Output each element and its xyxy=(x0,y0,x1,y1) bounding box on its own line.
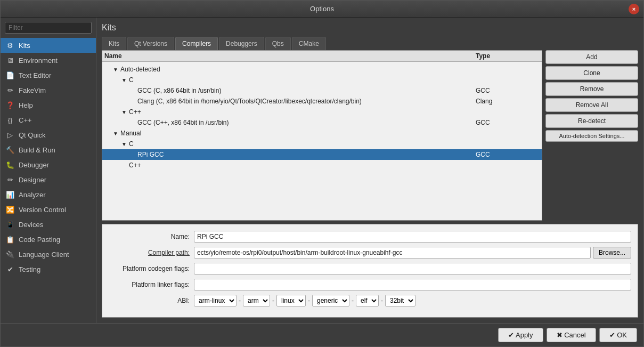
sidebar-label-build-run: Build & Run xyxy=(19,146,55,154)
apply-button[interactable]: ✔ Apply xyxy=(498,328,543,342)
fakevim-icon: ✏ xyxy=(6,86,14,94)
sidebar-label-analyzer: Analyzer xyxy=(19,191,46,199)
sidebar-label-language-client: Language Client xyxy=(19,251,69,259)
sidebar-item-version-control[interactable]: 🔀 Version Control xyxy=(1,202,96,217)
tree-row-c-manual[interactable]: ▼C xyxy=(102,139,542,149)
remove-all-button[interactable]: Remove All xyxy=(545,98,638,112)
sidebar-item-debugger[interactable]: 🐛 Debugger xyxy=(1,157,96,172)
code-pasting-icon: 📋 xyxy=(6,235,14,244)
tree-row-clang[interactable]: Clang (C, x86 64bit in /home/yio/Qt/Tool… xyxy=(102,96,542,107)
compiler-path-input[interactable] xyxy=(194,247,591,259)
abi-osflavor-select[interactable]: generic xyxy=(312,295,349,306)
cpp-icon: {} xyxy=(6,116,14,124)
abi-cpu-select[interactable]: arm xyxy=(243,295,270,306)
sidebar-label-devices: Devices xyxy=(19,221,43,229)
clone-button[interactable]: Clone xyxy=(545,66,638,80)
version-control-icon: 🔀 xyxy=(6,205,14,214)
sidebar-label-help: Help xyxy=(19,101,33,109)
ok-button[interactable]: ✔ OK xyxy=(599,328,637,342)
tree-row-cpp-manual[interactable]: C++ xyxy=(102,160,542,171)
window-title: Options xyxy=(310,5,334,13)
tab-debuggers[interactable]: Debuggers xyxy=(219,37,264,50)
sidebar-label-fakevim: FakeVim xyxy=(19,86,46,94)
add-button[interactable]: Add xyxy=(545,50,638,64)
environment-icon: 🖥 xyxy=(6,56,14,64)
compiler-path-row: Compiler path: Browse... xyxy=(109,247,631,259)
sidebar: ⚙ Kits 🖥 Environment 📄 Text Editor ✏ Fak… xyxy=(1,18,96,323)
abi-os-select[interactable]: linux xyxy=(276,295,306,306)
details-area: Name: Compiler path: Browse... Platform … xyxy=(102,224,638,318)
sidebar-item-build-run[interactable]: 🔨 Build & Run xyxy=(1,142,96,157)
help-icon: ❓ xyxy=(6,101,14,109)
cancel-button[interactable]: ✖ Cancel xyxy=(547,328,596,342)
compilers-tree[interactable]: Name Type ▼Auto-detected ▼C xyxy=(102,50,542,221)
tab-cmake[interactable]: CMake xyxy=(292,37,326,50)
sidebar-item-environment[interactable]: 🖥 Environment xyxy=(1,53,96,68)
close-button[interactable]: × xyxy=(629,4,639,14)
sidebar-label-testing: Testing xyxy=(19,265,40,273)
sidebar-label-cpp: C++ xyxy=(19,116,32,124)
sidebar-label-qt-quick: Qt Quick xyxy=(19,131,46,139)
platform-codegen-input[interactable] xyxy=(194,263,631,275)
platform-linker-input[interactable] xyxy=(194,279,631,290)
auto-detection-settings-button[interactable]: Auto-detection Settings... xyxy=(545,130,638,142)
browse-button[interactable]: Browse... xyxy=(593,247,631,259)
tab-qt-versions[interactable]: Qt Versions xyxy=(127,37,174,50)
sidebar-label-environment: Environment xyxy=(19,57,58,64)
tab-kits[interactable]: Kits xyxy=(102,37,126,50)
platform-codegen-label: Platform codegen flags: xyxy=(109,265,194,272)
sidebar-item-testing[interactable]: ✔ Testing xyxy=(1,262,96,277)
panel-title: Kits xyxy=(102,23,638,33)
name-input[interactable] xyxy=(194,231,631,243)
sidebar-item-kits[interactable]: ⚙ Kits xyxy=(1,38,96,53)
abi-wordwidth-select[interactable]: 32bit xyxy=(385,295,415,306)
tree-row-auto-detected[interactable]: ▼Auto-detected xyxy=(102,64,542,75)
name-label: Name: xyxy=(109,233,194,240)
abi-arch-select[interactable]: arm-linux xyxy=(194,295,237,306)
sidebar-label-text-editor: Text Editor xyxy=(19,71,51,79)
sidebar-item-help[interactable]: ❓ Help xyxy=(1,98,96,112)
sidebar-label-debugger: Debugger xyxy=(19,161,49,169)
sidebar-item-cpp[interactable]: {} C++ xyxy=(1,112,96,127)
abi-row: ABI: arm-linux - arm - linux - xyxy=(109,295,631,306)
tree-row-rpi-gcc[interactable]: RPi GCC GCC xyxy=(102,149,542,160)
designer-icon: ✏ xyxy=(6,175,14,184)
language-client-icon: 🔌 xyxy=(6,250,14,259)
devices-icon: 📱 xyxy=(6,220,14,229)
sidebar-item-qt-quick[interactable]: ▷ Qt Quick xyxy=(1,127,96,142)
name-row: Name: xyxy=(109,231,631,243)
tab-compilers[interactable]: Compilers xyxy=(175,37,218,50)
platform-codegen-row: Platform codegen flags: xyxy=(109,263,631,275)
abi-label: ABI: xyxy=(109,297,194,304)
filter-input[interactable] xyxy=(5,22,92,34)
tree-header: Name Type xyxy=(102,51,542,62)
build-run-icon: 🔨 xyxy=(6,146,14,154)
re-detect-button[interactable]: Re-detect xyxy=(545,114,638,128)
sidebar-item-code-pasting[interactable]: 📋 Code Pasting xyxy=(1,232,96,247)
tree-row-c-group[interactable]: ▼C xyxy=(102,75,542,85)
tree-row-manual[interactable]: ▼Manual xyxy=(102,128,542,139)
tree-row-gcc-usr[interactable]: GCC (C, x86 64bit in /usr/bin) GCC xyxy=(102,85,542,96)
sidebar-item-devices[interactable]: 📱 Devices xyxy=(1,217,96,232)
analyzer-icon: 📊 xyxy=(6,190,14,199)
tabs-bar: Kits Qt Versions Compilers Debuggers Qbs… xyxy=(102,37,638,50)
sidebar-item-fakevim[interactable]: ✏ FakeVim xyxy=(1,83,96,98)
abi-binaryformat-select[interactable]: elf xyxy=(356,295,379,306)
testing-icon: ✔ xyxy=(6,265,14,273)
tab-qbs[interactable]: Qbs xyxy=(265,37,291,50)
tree-row-cpp-group[interactable]: ▼C++ xyxy=(102,107,542,117)
sidebar-label-designer: Designer xyxy=(19,176,46,184)
remove-button[interactable]: Remove xyxy=(545,82,638,96)
sidebar-item-analyzer[interactable]: 📊 Analyzer xyxy=(1,187,96,202)
sidebar-item-language-client[interactable]: 🔌 Language Client xyxy=(1,247,96,262)
footer: ✔ Apply ✖ Cancel ✔ OK xyxy=(1,323,643,346)
tree-row-gcc-cpp-usr[interactable]: GCC (C++, x86 64bit in /usr/bin) GCC xyxy=(102,117,542,128)
sidebar-item-designer[interactable]: ✏ Designer xyxy=(1,172,96,187)
buttons-panel: Add Clone Remove Remove All Re-detect Au… xyxy=(542,50,638,221)
sidebar-label-kits: Kits xyxy=(19,42,30,50)
platform-linker-label: Platform linker flags: xyxy=(109,281,194,288)
tree-header-name: Name xyxy=(104,52,476,60)
sidebar-item-text-editor[interactable]: 📄 Text Editor xyxy=(1,68,96,83)
kits-icon: ⚙ xyxy=(6,41,14,50)
abi-selects: arm-linux - arm - linux - generic xyxy=(194,295,415,306)
